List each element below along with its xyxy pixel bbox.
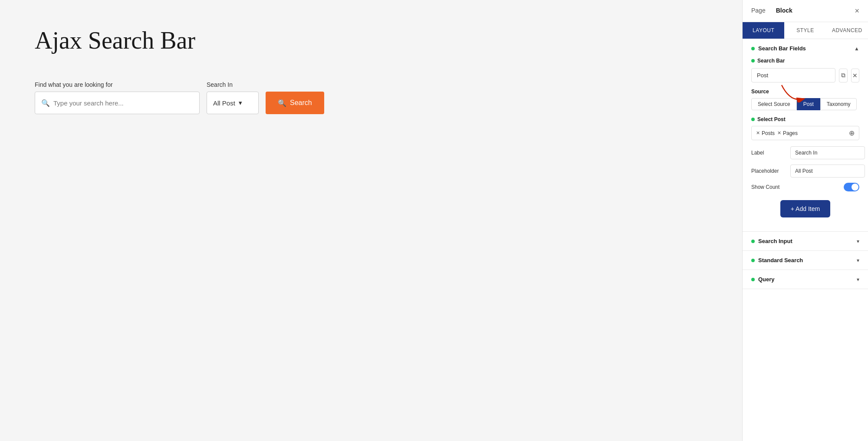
tag-posts: ✕ Posts bbox=[756, 130, 775, 136]
chevron-down-icon-standard-search: ▾ bbox=[857, 257, 859, 263]
delete-icon-btn[interactable]: ✕ bbox=[851, 69, 860, 82]
post-field-row: ⧉ ✕ bbox=[751, 68, 859, 82]
label-field-row: Label bbox=[751, 146, 859, 159]
main-content: Ajax Search Bar Find what you are lookin… bbox=[0, 0, 742, 441]
copy-icon: ⧉ bbox=[841, 72, 845, 79]
subtab-style[interactable]: STYLE bbox=[784, 22, 826, 39]
green-dot-query bbox=[751, 278, 755, 281]
search-bar-sublabel-text: Search Bar bbox=[757, 58, 785, 64]
search-in-group: Search In All Post ▾ bbox=[207, 81, 259, 114]
search-field-label: Find what you are looking for bbox=[35, 81, 200, 88]
sidebar-top-tabs: Page Block × bbox=[743, 0, 868, 22]
tag-posts-label: Posts bbox=[762, 130, 775, 136]
label-field-input[interactable] bbox=[790, 146, 865, 159]
green-dot-search-bar-fields bbox=[751, 47, 755, 50]
select-post-label: Select Post bbox=[751, 116, 859, 122]
search-bar-sublabel: Search Bar bbox=[751, 58, 859, 64]
search-in-select[interactable]: All Post ▾ bbox=[207, 92, 259, 114]
show-count-label: Show Count bbox=[751, 184, 844, 190]
accordion-query: Query ▾ bbox=[743, 270, 868, 289]
accordion-title-query: Query bbox=[758, 276, 853, 283]
copy-icon-btn[interactable]: ⧉ bbox=[839, 69, 848, 82]
tab-block[interactable]: Block bbox=[776, 7, 792, 15]
search-in-label: Search In bbox=[207, 81, 259, 88]
placeholder-field-label: Placeholder bbox=[751, 168, 790, 174]
post-field-input[interactable] bbox=[751, 68, 835, 82]
chevron-down-icon-search-input: ▾ bbox=[857, 238, 859, 244]
show-count-toggle[interactable] bbox=[844, 183, 859, 191]
tag-pages-label: Pages bbox=[783, 130, 798, 136]
subtab-layout[interactable]: LAYOUT bbox=[743, 22, 784, 39]
accordion-header-standard-search[interactable]: Standard Search ▾ bbox=[743, 251, 868, 270]
accordion-header-search-bar-fields[interactable]: Search Bar Fields ▲ bbox=[743, 39, 868, 58]
green-dot-search-input bbox=[751, 240, 755, 243]
page-title: Ajax Search Bar bbox=[35, 26, 707, 55]
chevron-down-icon: ▾ bbox=[239, 99, 242, 107]
accordion-header-query[interactable]: Query ▾ bbox=[743, 270, 868, 289]
search-area: Find what you are looking for 🔍 Search I… bbox=[35, 81, 707, 114]
accordion-title-search-input: Search Input bbox=[758, 238, 853, 244]
search-in-value: All Post bbox=[213, 99, 235, 107]
accordion-title-search-bar-fields: Search Bar Fields bbox=[758, 45, 851, 52]
label-field-label: Label bbox=[751, 150, 790, 156]
accordion-search-input: Search Input ▾ bbox=[743, 232, 868, 251]
delete-icon: ✕ bbox=[852, 72, 858, 79]
sidebar: Page Block × LAYOUT STYLE ADVANCED Searc… bbox=[742, 0, 868, 441]
chevron-up-icon: ▲ bbox=[854, 46, 859, 52]
select-post-label-text: Select Post bbox=[757, 116, 786, 122]
accordion-header-search-input[interactable]: Search Input ▾ bbox=[743, 232, 868, 250]
tab-page[interactable]: Page bbox=[751, 7, 766, 15]
search-button[interactable]: 🔍 Search bbox=[266, 92, 324, 114]
accordion-content-search-bar-fields: Search Bar ⧉ ✕ Source Select Sourc bbox=[743, 58, 868, 231]
search-btn-label: Search bbox=[290, 99, 312, 107]
show-count-row: Show Count bbox=[751, 183, 859, 191]
source-label: Source bbox=[751, 89, 859, 95]
chevron-down-icon-query: ▾ bbox=[857, 276, 859, 283]
select-post-field[interactable]: ✕ Posts ✕ Pages ⊕ bbox=[751, 126, 859, 140]
close-button[interactable]: × bbox=[855, 7, 859, 15]
search-input[interactable] bbox=[53, 99, 193, 107]
sidebar-subtabs: LAYOUT STYLE ADVANCED bbox=[743, 22, 868, 39]
placeholder-field-row: Placeholder bbox=[751, 165, 859, 178]
placeholder-field-input[interactable] bbox=[790, 165, 865, 178]
search-field-group: Find what you are looking for 🔍 bbox=[35, 81, 200, 114]
search-input-wrapper[interactable]: 🔍 bbox=[35, 92, 200, 114]
source-buttons: Select Source Post Taxonomy bbox=[751, 98, 859, 110]
search-btn-icon: 🔍 bbox=[278, 99, 286, 107]
accordion-title-standard-search: Standard Search bbox=[758, 257, 853, 263]
source-btn-select[interactable]: Select Source bbox=[751, 98, 797, 110]
add-item-button[interactable]: + Add Item bbox=[780, 200, 830, 217]
green-dot-standard-search bbox=[751, 259, 755, 262]
tag-pages-remove[interactable]: ✕ bbox=[777, 130, 781, 136]
tag-posts-remove[interactable]: ✕ bbox=[756, 130, 760, 136]
subtab-advanced[interactable]: ADVANCED bbox=[826, 22, 868, 39]
source-btn-taxonomy[interactable]: Taxonomy bbox=[820, 98, 857, 110]
sidebar-body: Search Bar Fields ▲ Search Bar ⧉ ✕ bbox=[743, 39, 868, 441]
select-post-dropdown-icon[interactable]: ⊕ bbox=[849, 129, 855, 137]
source-btn-post[interactable]: Post bbox=[797, 98, 820, 110]
green-dot-search-bar bbox=[751, 59, 755, 63]
green-dot-select-post bbox=[751, 118, 755, 121]
accordion-standard-search: Standard Search ▾ bbox=[743, 251, 868, 270]
accordion-search-bar-fields: Search Bar Fields ▲ Search Bar ⧉ ✕ bbox=[743, 39, 868, 232]
tag-pages: ✕ Pages bbox=[777, 130, 798, 136]
search-icon: 🔍 bbox=[41, 99, 50, 107]
